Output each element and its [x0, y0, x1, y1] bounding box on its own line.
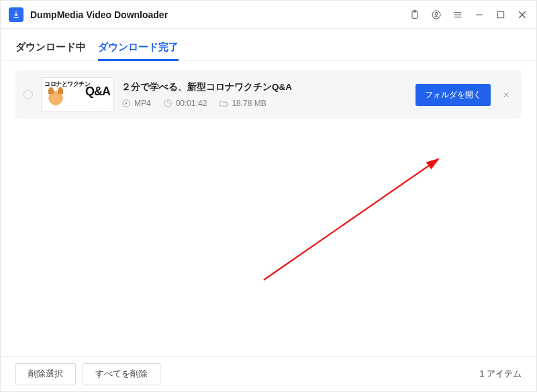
- filesize-chip: 18.78 MB: [219, 99, 266, 108]
- minimize-icon[interactable]: [473, 9, 485, 21]
- app-title: DumpMedia Video Downloader: [30, 9, 168, 20]
- clock-icon: [163, 99, 173, 108]
- filesize-label: 18.78 MB: [232, 99, 266, 108]
- download-item: コロナとワクチン Q&A ・・・・・・ ２分で学べる、新型コロナワクチンQ&A …: [15, 70, 522, 119]
- svg-line-15: [264, 159, 438, 280]
- footer-bar: 削除選択 すべてを削除 1 アイテム: [1, 356, 536, 391]
- thumbnail-subcaption: ・・・・・・: [90, 107, 110, 111]
- tab-bar: ダウンロード中 ダウンロード完了: [1, 29, 536, 61]
- titlebar: DumpMedia Video Downloader: [1, 1, 536, 29]
- item-count-label: 1 アイテム: [480, 369, 522, 380]
- thumbnail-qa-text: Q&A: [85, 85, 110, 99]
- annotation-arrow: [250, 152, 452, 287]
- account-icon[interactable]: [430, 9, 442, 21]
- tab-downloading[interactable]: ダウンロード中: [15, 36, 86, 60]
- select-radio[interactable]: [23, 90, 33, 99]
- folder-icon: [219, 99, 228, 108]
- thumbnail-graphic: [46, 90, 66, 110]
- item-meta: MP4 00:01:42 18.78 MB: [121, 99, 407, 108]
- duration-label: 00:01:42: [176, 99, 207, 108]
- delete-all-button[interactable]: すべてを削除: [83, 363, 160, 385]
- item-title: ２分で学べる、新型コロナワクチンQ&A: [121, 81, 407, 93]
- open-folder-button[interactable]: フォルダを開く: [416, 84, 491, 106]
- tab-completed[interactable]: ダウンロード完了: [98, 36, 179, 60]
- format-chip: MP4: [121, 99, 151, 108]
- titlebar-controls: [409, 9, 528, 21]
- maximize-icon[interactable]: [495, 9, 507, 21]
- delete-selected-button[interactable]: 削除選択: [15, 363, 76, 385]
- play-icon: [121, 99, 131, 108]
- clipboard-icon[interactable]: [409, 9, 421, 21]
- remove-item-button[interactable]: [499, 87, 514, 102]
- duration-chip: 00:01:42: [163, 99, 207, 108]
- video-thumbnail: コロナとワクチン Q&A ・・・・・・: [41, 77, 113, 112]
- item-info: ２分で学べる、新型コロナワクチンQ&A MP4 00:01:42 18.78 M…: [121, 81, 407, 108]
- app-logo-icon: [9, 7, 23, 22]
- svg-rect-8: [497, 11, 503, 17]
- format-label: MP4: [134, 99, 151, 108]
- content-area: コロナとワクチン Q&A ・・・・・・ ２分で学べる、新型コロナワクチンQ&A …: [1, 61, 536, 358]
- menu-icon[interactable]: [452, 9, 464, 21]
- close-icon[interactable]: [516, 9, 528, 21]
- svg-point-3: [435, 12, 438, 15]
